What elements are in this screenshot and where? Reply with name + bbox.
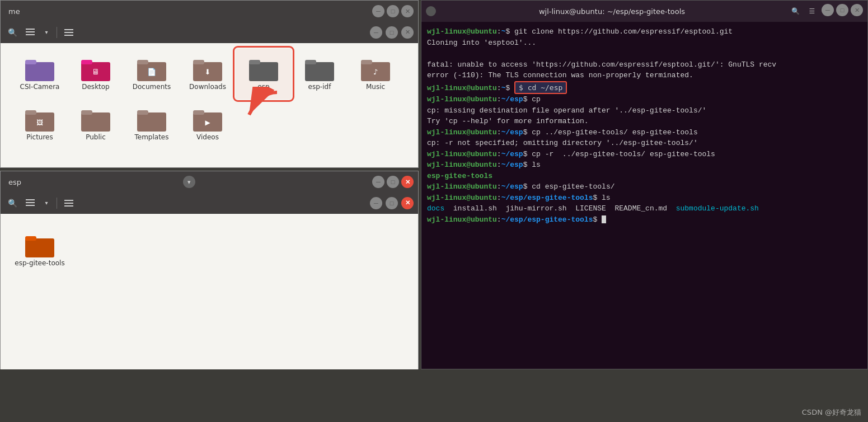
svg-text:▶: ▶ <box>205 119 210 126</box>
svg-rect-35 <box>26 199 35 200</box>
fm-top-toolbar: 🔍 ▾ ─ □ ✕ <box>1 22 418 43</box>
close-button-top[interactable]: ✕ <box>401 5 414 17</box>
close-button-bottom-2[interactable]: ✕ <box>401 197 414 209</box>
terminal-line-14: esp-gitee-tools <box>427 171 862 182</box>
svg-rect-20 <box>305 60 316 64</box>
terminal-line-17: docs install.sh jihu-mirror.sh LICENSE R… <box>427 203 862 214</box>
fm-top-title: me <box>5 7 370 16</box>
svg-text:♪: ♪ <box>373 68 378 76</box>
view-icon[interactable] <box>23 25 37 40</box>
svg-rect-37 <box>26 205 35 206</box>
folder-label: Pictures <box>26 133 53 141</box>
folder-label-esp-gitee-tools: esp-gitee-tools <box>15 259 64 267</box>
folder-label: Music <box>366 83 385 91</box>
folder-label: esp <box>257 83 269 91</box>
terminal-search-icon[interactable]: 🔍 <box>788 4 803 18</box>
folder-videos[interactable]: ▶ Videos <box>180 99 236 149</box>
maximize-button-4[interactable]: □ <box>386 197 398 209</box>
svg-rect-4 <box>64 32 73 33</box>
fm-top-content: CSI-Camera 🖥 Desktop 📄 Documents ⬇ Downl… <box>1 43 418 167</box>
folder-label: Documents <box>133 83 171 91</box>
view-dropdown[interactable]: ▾ <box>41 25 52 40</box>
dropdown-button[interactable]: ▾ <box>183 176 195 188</box>
search-icon-2[interactable]: 🔍 <box>5 196 20 210</box>
terminal-line-15: wjl-linux@ubuntu:~/esp$ cd esp-gitee-too… <box>427 181 862 193</box>
search-icon[interactable]: 🔍 <box>5 25 20 40</box>
svg-rect-28 <box>81 110 92 115</box>
terminal-line-8: cp: missing destination file operand aft… <box>427 105 862 116</box>
folder-label: esp-idf <box>308 83 331 91</box>
terminal-line-12: wjl-linux@ubuntu:~/esp$ cp -r ../esp-git… <box>427 149 862 160</box>
terminal-line-4: fatal: unable to access 'https://github.… <box>427 59 862 71</box>
svg-text:🖼: 🖼 <box>36 119 43 126</box>
minimize-button-2[interactable]: ─ <box>370 26 382 39</box>
svg-rect-40 <box>64 205 73 207</box>
terminal-line-2: Cloning into 'esptool'... <box>427 37 862 49</box>
terminal-line-6: wjl-linux@ubuntu:~$ $ cd ~/esp <box>427 81 862 95</box>
svg-text:⬇: ⬇ <box>205 68 211 76</box>
minimize-button[interactable]: ─ <box>372 5 384 17</box>
folder-label: CSI-Camera <box>20 83 60 91</box>
terminal-close[interactable]: ✕ <box>851 4 863 16</box>
folder-desktop[interactable]: 🖥 Desktop <box>68 49 124 99</box>
folder-downloads[interactable]: ⬇ Downloads <box>180 49 236 99</box>
folder-public[interactable]: Public <box>68 99 124 149</box>
svg-rect-0 <box>26 29 35 30</box>
terminal-menu-icon[interactable]: ☰ <box>805 4 819 18</box>
terminal-line-3 <box>427 48 862 59</box>
svg-rect-38 <box>64 200 73 201</box>
view-dropdown-2[interactable]: ▾ <box>41 196 52 210</box>
terminal-line-9: Try 'cp --help' for more information. <box>427 116 862 127</box>
minimize-button-4[interactable]: ─ <box>370 197 382 209</box>
svg-rect-15 <box>193 60 204 64</box>
svg-rect-6 <box>25 62 54 81</box>
folder-documents[interactable]: 📄 Documents <box>124 49 180 99</box>
menu-icon-2[interactable] <box>62 196 76 210</box>
menu-icon[interactable] <box>62 25 76 40</box>
folder-label: Templates <box>134 133 168 141</box>
folder-music[interactable]: ♪ Music <box>348 49 403 99</box>
svg-rect-41 <box>25 238 54 257</box>
svg-rect-5 <box>64 35 73 36</box>
folder-esp-idf[interactable]: esp-idf <box>292 49 348 99</box>
folder-csi-camera[interactable]: CSI-Camera <box>12 49 68 99</box>
folder-label: Videos <box>196 133 219 141</box>
svg-text:📄: 📄 <box>147 67 157 77</box>
terminal-line-1: wjl-linux@ubuntu:~$ git clone https://gi… <box>427 26 862 37</box>
maximize-button-3[interactable]: □ <box>387 176 399 188</box>
fm-bottom-toolbar: 🔍 ▾ ─ □ ✕ <box>1 193 418 214</box>
fm-top-titlebar: me ─ □ ✕ <box>1 1 418 22</box>
terminal-minimize[interactable]: ─ <box>822 4 834 16</box>
folder-label: Desktop <box>82 83 110 91</box>
folder-esp-gitee-tools[interactable]: esp-gitee-tools <box>12 225 68 275</box>
svg-rect-27 <box>81 112 110 132</box>
terminal-line-13: wjl-linux@ubuntu:~/esp$ ls <box>427 160 862 171</box>
folder-templates[interactable]: Templates <box>124 99 180 149</box>
toolbar-separator <box>57 27 57 38</box>
terminal-pin-icon[interactable] <box>426 6 436 16</box>
folder-esp[interactable]: esp <box>236 49 292 99</box>
svg-rect-18 <box>249 60 260 64</box>
svg-rect-39 <box>64 203 73 204</box>
fm-bottom-titlebar: esp ▾ ─ □ ✕ <box>1 171 418 193</box>
terminal-line-18: wjl-linux@ubuntu:~/esp/esp-gitee-tools$ <box>427 214 862 226</box>
terminal-maximize[interactable]: □ <box>836 4 848 16</box>
maximize-button[interactable]: □ <box>387 5 399 17</box>
terminal-content[interactable]: wjl-linux@ubuntu:~$ git clone https://gi… <box>421 22 867 369</box>
svg-rect-36 <box>26 202 35 203</box>
terminal-title: wjl-linux@ubuntu: ~/esp/esp-gitee-tools <box>439 7 785 16</box>
folder-pictures[interactable]: 🖼 Pictures <box>12 99 68 149</box>
svg-rect-25 <box>25 110 36 115</box>
svg-rect-30 <box>137 110 148 115</box>
desktop-taskbar <box>0 369 868 422</box>
svg-text:🖥: 🖥 <box>92 67 100 76</box>
close-button-bottom[interactable]: ✕ <box>401 176 414 188</box>
view-icon-2[interactable] <box>23 196 37 210</box>
minimize-button-3[interactable]: ─ <box>372 176 384 188</box>
svg-rect-12 <box>137 60 148 64</box>
terminal-line-5: error (-110): The TLS connection was non… <box>427 70 862 81</box>
svg-rect-1 <box>26 31 35 32</box>
maximize-button-2[interactable]: □ <box>386 26 398 39</box>
svg-rect-29 <box>137 112 166 132</box>
close-button-top-2[interactable]: ✕ <box>401 26 414 39</box>
